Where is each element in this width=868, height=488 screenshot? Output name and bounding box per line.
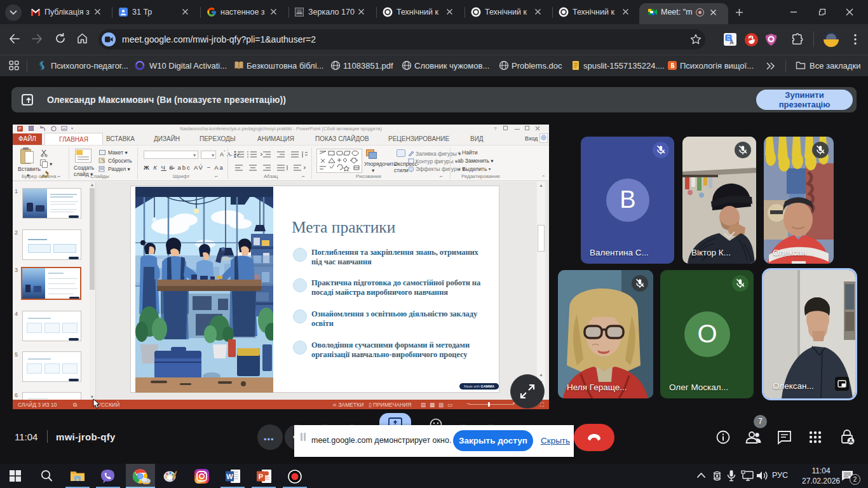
- svg-text:W: W: [226, 473, 233, 480]
- svg-text:P: P: [259, 473, 263, 480]
